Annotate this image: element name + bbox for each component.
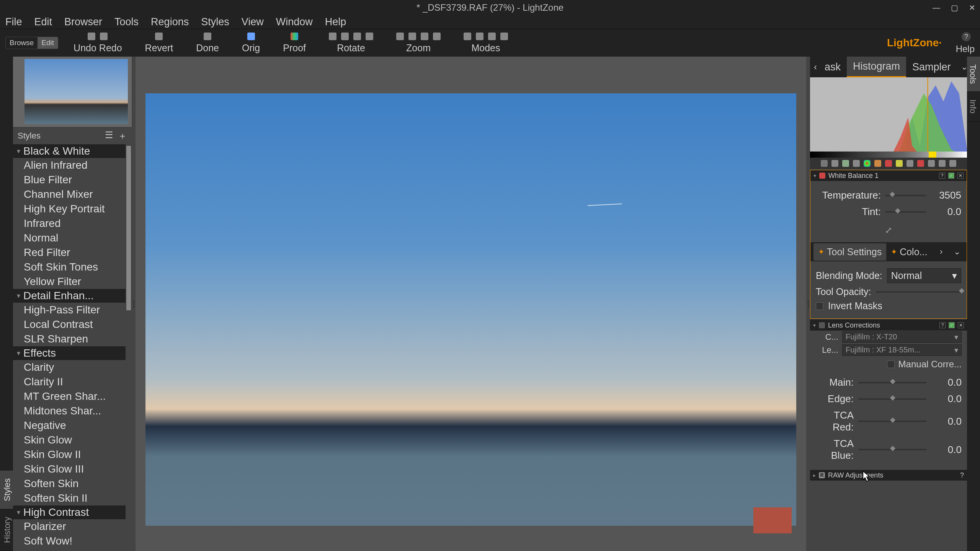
lens-enable-toggle[interactable]: ✓ [949,322,955,328]
lens-header[interactable]: ▾ Lens Corrections ? ✓ ✕ [810,320,967,331]
mode-rotate-icon[interactable] [500,33,508,40]
style-item[interactable]: Soft Wow! 2 [13,548,126,551]
style-item[interactable]: High Key Portrait [13,202,126,216]
style-item[interactable]: Soft Wow! [13,534,126,548]
mode-region-icon[interactable] [488,33,496,40]
flip-v-icon[interactable] [366,33,373,40]
wb-enable-toggle[interactable]: ✓ [948,173,954,179]
lens-help-icon[interactable]: ? [939,322,946,328]
style-item[interactable]: Negative [13,418,126,433]
rotate-left-icon[interactable] [329,33,336,40]
raw-adjustments-header[interactable]: ▸ R RAW Adjustments ? [810,470,967,481]
menu-styles[interactable]: Styles [201,16,229,28]
style-item[interactable]: Alien Infrared [13,158,126,173]
proof-icon[interactable] [291,33,298,40]
mode-edit-button[interactable]: Edit [38,37,58,49]
tool-spot-icon[interactable] [928,160,935,167]
tool-colorbalance-icon[interactable] [874,160,881,167]
minimize-button[interactable]: — [933,3,940,12]
style-item[interactable]: Skin Glow II [13,447,126,462]
undo-icon[interactable] [88,33,95,40]
subtabs-dropdown-icon[interactable]: ⌄ [951,247,964,257]
styles-list[interactable]: Black & WhiteAlien InfraredBlue FilterCh… [13,144,132,551]
style-item[interactable]: Soften Skin II [13,491,126,505]
revert-icon[interactable] [155,33,163,40]
left-splitter[interactable] [132,57,136,551]
lens-main-value[interactable]: 0.0 [931,377,962,388]
style-category[interactable]: Effects [13,346,126,360]
style-item[interactable]: Normal [13,231,126,245]
tool-opacity-slider[interactable] [876,291,961,293]
tab-histogram[interactable]: Histogram [847,57,906,77]
vtab-styles[interactable]: Styles [0,471,13,509]
menu-window[interactable]: Window [276,16,313,28]
wb-tint-value[interactable]: 0.0 [931,206,961,218]
zoom-11-icon[interactable] [408,33,416,40]
raw-expand-icon[interactable]: ▸ [813,472,816,478]
style-category[interactable]: Black & White [13,144,126,158]
style-item[interactable]: Red Filter [13,245,126,260]
lens-main-slider[interactable] [858,382,926,383]
tab-zonemask-truncated[interactable]: ask [818,57,847,77]
wb-collapse-icon[interactable]: ▾ [813,173,816,179]
mode-arrow-icon[interactable] [464,33,471,40]
lens-edge-slider[interactable] [858,398,926,400]
style-item[interactable]: High-Pass Filter [13,303,126,317]
preview-thumbnail[interactable] [24,59,128,124]
tool-blur-icon[interactable] [853,160,860,167]
vtab-history[interactable]: History [0,509,13,551]
menu-view[interactable]: View [242,16,264,28]
rvtab-info[interactable]: Info [967,92,980,122]
right-splitter[interactable] [806,57,810,551]
tool-sharpen-icon[interactable] [842,160,849,167]
style-item[interactable]: Clarity [13,360,126,375]
lens-lens-dropdown[interactable]: Fujifilm : XF 18-55m...▾ [842,344,962,356]
histogram-zonebar[interactable] [810,152,967,158]
style-item[interactable]: Yellow Filter [13,274,126,289]
wb-temperature-slider[interactable] [885,195,926,196]
tool-bw-icon[interactable] [896,160,903,167]
style-item[interactable]: Soft Skin Tones [13,260,126,274]
style-item[interactable]: Polarizer [13,519,126,534]
tool-zonemapper-icon[interactable] [821,160,828,167]
style-item[interactable]: Channel Mixer [13,187,126,202]
zone-marker[interactable] [929,152,936,158]
menu-regions[interactable]: Regions [151,16,189,28]
tool-relight-icon[interactable] [831,160,838,167]
image-preview[interactable] [145,93,796,526]
style-item[interactable]: Blue Filter [13,173,126,187]
tab-sampler[interactable]: Sampler [906,57,957,77]
tabs-back-icon[interactable]: ‹ [812,62,818,72]
subtab-color-selection[interactable]: ✦Colo... [886,243,932,261]
tool-raw-icon[interactable] [949,160,956,167]
lens-collapse-icon[interactable]: ▾ [813,322,816,328]
mode-browse-button[interactable]: Browse [6,37,38,49]
tool-noise-icon[interactable] [906,160,913,167]
style-item[interactable]: SLR Sharpen [13,332,126,346]
flip-h-icon[interactable] [353,33,361,40]
menu-tools[interactable]: Tools [114,16,139,28]
lens-tcared-slider[interactable] [858,421,926,422]
style-item[interactable]: Skin Glow III [13,462,126,476]
lens-tcared-value[interactable]: 0.0 [931,416,962,427]
wb-eyedropper-icon[interactable]: ⤢ [816,222,961,238]
tool-huesat-icon[interactable] [864,160,871,167]
maximize-button[interactable]: ▢ [951,3,958,12]
subtab-tool-settings[interactable]: ✦Tool Settings [813,243,886,261]
wb-help-icon[interactable]: ? [939,173,945,179]
tool-redeye-icon[interactable] [939,160,946,167]
menu-file[interactable]: File [5,16,22,28]
zoom-out-icon[interactable] [433,33,441,40]
mode-crop-icon[interactable] [476,33,483,40]
zoom-in-icon[interactable] [421,33,428,40]
lens-manual-checkbox[interactable] [887,360,895,368]
menu-browser[interactable]: Browser [64,16,102,28]
raw-help-icon[interactable]: ? [960,471,964,479]
histogram[interactable] [810,77,967,158]
wb-header[interactable]: ▾ White Balance 1 ? ✓ ✕ [810,170,967,181]
style-item[interactable]: MT Green Shar... [13,389,126,404]
style-item[interactable]: Soften Skin [13,476,126,491]
rotate-right-icon[interactable] [341,33,349,40]
orig-icon[interactable] [247,33,255,40]
menu-help[interactable]: Help [325,16,346,28]
